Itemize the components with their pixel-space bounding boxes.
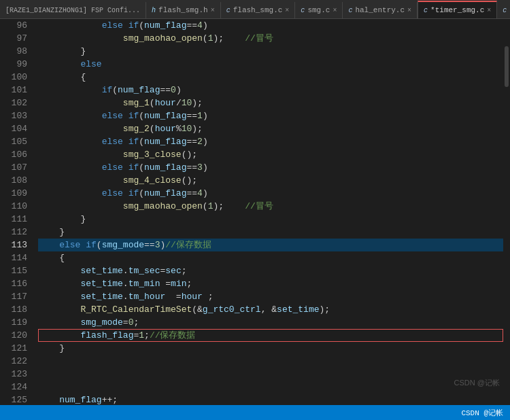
close-icon-4[interactable]: × bbox=[407, 7, 411, 14]
line-num-121: 121 bbox=[0, 342, 27, 355]
line-num-114: 114 bbox=[0, 251, 27, 264]
line-num-96: 96 bbox=[0, 19, 27, 32]
code-line-125: num_flag++; bbox=[38, 393, 503, 405]
code-line-103: else if(num_flag==1) bbox=[38, 109, 503, 122]
line-num-116: 116 bbox=[0, 277, 27, 290]
line-num-100: 100 bbox=[0, 71, 27, 84]
line-num-97: 97 bbox=[0, 32, 27, 45]
tab-smg-c[interactable]: c smg.c × bbox=[295, 2, 343, 18]
watermark: CSDN @记帐 bbox=[454, 378, 500, 388]
line-num-120: 120 bbox=[0, 329, 27, 342]
line-num-125: 125 bbox=[0, 393, 27, 405]
close-icon[interactable]: × bbox=[211, 7, 215, 14]
line-num-105: 105 bbox=[0, 135, 27, 148]
code-line-108: smg_4_close(); bbox=[38, 174, 503, 187]
line-num-104: 104 bbox=[0, 122, 27, 135]
code-line-121: } bbox=[38, 342, 503, 355]
line-num-109: 109 bbox=[0, 187, 27, 200]
code-line-111: } bbox=[38, 213, 503, 226]
line-num-108: 108 bbox=[0, 174, 27, 187]
code-line-110: smg_maohao_open(1); //冒号 bbox=[38, 200, 503, 213]
code-line-106: smg_3_close(); bbox=[38, 148, 503, 161]
tab-icon-c5: c bbox=[503, 7, 507, 14]
line-num-123: 123 bbox=[0, 368, 27, 381]
line-num-115: 115 bbox=[0, 264, 27, 277]
line-num-111: 111 bbox=[0, 213, 27, 226]
code-line-120: flash_flag=1;//保存数据 bbox=[38, 329, 503, 342]
code-line-118: R_RTC_CalendarTimeSet(&g_rtc0_ctrl, &set… bbox=[38, 303, 503, 316]
scrollbar-thumb[interactable] bbox=[505, 46, 509, 87]
code-line-109: else if(num_flag==4) bbox=[38, 187, 503, 200]
code-line-98: } bbox=[38, 45, 503, 58]
line-num-124: 124 bbox=[0, 381, 27, 393]
code-line-113: else if(smg_mode==3)//保存数据 bbox=[38, 239, 503, 251]
code-line-99: else bbox=[38, 58, 503, 71]
scrollbar-vertical[interactable] bbox=[503, 19, 510, 405]
bottom-bar-text: CSDN @记帐 bbox=[461, 408, 503, 418]
code-line-100: { bbox=[38, 71, 503, 84]
line-num-119: 119 bbox=[0, 316, 27, 329]
close-icon-5[interactable]: × bbox=[487, 7, 491, 14]
code-line-112: } bbox=[38, 226, 503, 239]
line-numbers: 96 97 98 99 100 101 102 103 104 105 106 … bbox=[0, 19, 33, 405]
code-line-105: else if(num_flag==2) bbox=[38, 135, 503, 148]
code-line-117: set_time.tm_hour =hour ; bbox=[38, 290, 503, 303]
tab-startup-c[interactable]: c startup.c × bbox=[497, 2, 510, 18]
tab-hal-entry-c-label: hal_entry.c bbox=[355, 6, 405, 14]
close-icon-2[interactable]: × bbox=[285, 7, 289, 14]
code-line-97: smg_maohao_open(1); //冒号 bbox=[38, 32, 503, 45]
tab-flash-smg-h-label: flash_smg.h bbox=[158, 6, 208, 14]
line-num-122: 122 bbox=[0, 355, 27, 368]
tab-icon-c2: c bbox=[301, 7, 305, 14]
code-line-96: else if(num_flag==4) bbox=[38, 19, 503, 32]
line-num-103: 103 bbox=[0, 109, 27, 122]
tab-flash-smg-c[interactable]: c flash_smg.c × bbox=[221, 2, 296, 18]
line-num-102: 102 bbox=[0, 97, 27, 109]
line-num-110: 110 bbox=[0, 200, 27, 213]
line-num-113: 113 bbox=[0, 239, 27, 251]
tab-smg-c-label: smg.c bbox=[307, 6, 330, 14]
tab-project-label: [RAZE1_DIANZIZHONG1] FSP Confi... bbox=[5, 7, 140, 14]
code-line-123 bbox=[38, 368, 503, 381]
code-line-102: smg_1(hour/10); bbox=[38, 97, 503, 109]
code-line-122 bbox=[38, 355, 503, 368]
code-line-114: { bbox=[38, 251, 503, 264]
code-line-104: smg_2(hour%10); bbox=[38, 122, 503, 135]
tab-project[interactable]: [RAZE1_DIANZIZHONG1] FSP Confi... bbox=[0, 2, 146, 18]
line-num-98: 98 bbox=[0, 45, 27, 58]
tab-icon-c4: c bbox=[424, 7, 428, 14]
line-num-106: 106 bbox=[0, 148, 27, 161]
code-line-119: smg_mode=0; bbox=[38, 316, 503, 329]
line-num-107: 107 bbox=[0, 161, 27, 174]
tab-hal-entry-c[interactable]: c hal_entry.c × bbox=[343, 2, 418, 18]
editor-area: 96 97 98 99 100 101 102 103 104 105 106 … bbox=[0, 19, 510, 405]
tab-timer-smg-c[interactable]: c *timer_smg.c × bbox=[418, 1, 497, 18]
line-num-99: 99 bbox=[0, 58, 27, 71]
code-line-116: set_time.tm_min =min; bbox=[38, 277, 503, 290]
line-num-118: 118 bbox=[0, 303, 27, 316]
tab-icon-h: h bbox=[152, 7, 156, 14]
tab-flash-smg-h[interactable]: h flash_smg.h × bbox=[146, 2, 221, 18]
code-lines: else if(num_flag==4) smg_maohao_open(1);… bbox=[38, 19, 503, 405]
close-icon-3[interactable]: × bbox=[333, 7, 337, 14]
tab-icon-c1: c bbox=[226, 7, 231, 14]
code-line-107: else if(num_flag==3) bbox=[38, 161, 503, 174]
line-num-117: 117 bbox=[0, 290, 27, 303]
tab-bar: [RAZE1_DIANZIZHONG1] FSP Confi... h flas… bbox=[0, 0, 510, 19]
code-line-124 bbox=[38, 381, 503, 393]
bottom-bar: CSDN @记帐 bbox=[0, 405, 510, 420]
line-num-112: 112 bbox=[0, 226, 27, 239]
tab-timer-smg-c-label: *timer_smg.c bbox=[430, 6, 484, 14]
code-line-115: set_time.tm_sec=sec; bbox=[38, 264, 503, 277]
tab-icon-c3: c bbox=[348, 7, 352, 14]
code-line-101: if(num_flag==0) bbox=[38, 84, 503, 97]
code-content[interactable]: else if(num_flag==4) smg_maohao_open(1);… bbox=[33, 19, 503, 405]
line-num-101: 101 bbox=[0, 84, 27, 97]
tab-flash-smg-c-label: flash_smg.c bbox=[233, 6, 283, 14]
